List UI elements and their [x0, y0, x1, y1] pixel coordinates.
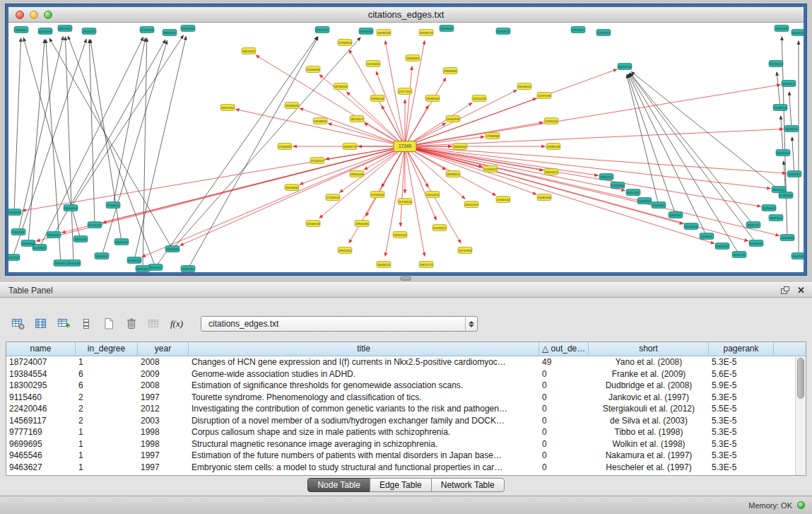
- graph-node[interactable]: 10635214: [776, 150, 790, 156]
- table-row[interactable]: 1456911722003Disruption of a novel membe…: [6, 415, 806, 427]
- create-column-icon[interactable]: [54, 315, 73, 333]
- float-panel-icon[interactable]: [780, 286, 790, 296]
- tab-node-table[interactable]: Node Table: [307, 478, 370, 492]
- graph-node[interactable]: 17236243: [326, 194, 340, 201]
- column-header-out_de[interactable]: △ out_de…: [539, 342, 589, 356]
- tab-edge-table[interactable]: Edge Table: [370, 478, 432, 492]
- table-row[interactable]: 1872400712008Changes of HCN gene express…: [6, 356, 806, 368]
- graph-node[interactable]: 8635214: [746, 222, 760, 228]
- column-header-title[interactable]: title: [189, 342, 539, 356]
- graph-node[interactable]: 9253614: [106, 202, 120, 209]
- graph-node[interactable]: 11635242: [715, 243, 729, 250]
- graph-node[interactable]: 19902465: [355, 221, 369, 227]
- table-row[interactable]: 1938455462009Genome-wide association stu…: [6, 368, 806, 380]
- graph-node[interactable]: 9635142: [148, 264, 163, 271]
- graph-node[interactable]: 10462531: [496, 28, 510, 35]
- graph-node[interactable]: 9534162: [47, 232, 61, 238]
- graph-node[interactable]: 9254163: [626, 189, 640, 196]
- graph-node[interactable]: 15757654: [458, 247, 472, 254]
- graph-node[interactable]: 18301052: [393, 232, 407, 238]
- table-scrollbar[interactable]: [795, 356, 806, 475]
- graph-node[interactable]: 12610651: [425, 192, 440, 198]
- graph-node[interactable]: 16814261: [242, 48, 256, 54]
- graph-node[interactable]: 10362541: [749, 240, 763, 247]
- graph-node[interactable]: 8641532: [136, 266, 150, 272]
- graph-node[interactable]: 10535162: [114, 239, 129, 245]
- graph-node[interactable]: 10599773: [343, 144, 357, 150]
- graph-node[interactable]: 10253641: [165, 246, 180, 252]
- graph-node[interactable]: 12220605: [366, 61, 380, 67]
- graph-node[interactable]: 17635320: [370, 192, 384, 198]
- graph-node[interactable]: 11536241: [88, 222, 102, 228]
- graph-node[interactable]: 10197183: [537, 93, 551, 99]
- table-scrollbar-thumb[interactable]: [797, 358, 804, 399]
- graph-node[interactable]: 25260659: [8, 209, 21, 216]
- graph-node[interactable]: 9635241: [772, 187, 786, 193]
- graph-node[interactable]: 11354262: [359, 28, 373, 35]
- graph-node[interactable]: 9541623: [82, 28, 96, 35]
- graph-node[interactable]: 8253641: [700, 233, 714, 240]
- graph-node[interactable]: 9253642: [784, 126, 799, 132]
- graph-node[interactable]: 18195274: [419, 30, 433, 36]
- new-table-icon[interactable]: [99, 315, 119, 333]
- graph-hub-node[interactable]: 17240: [394, 141, 416, 152]
- graph-node[interactable]: 10743251: [181, 25, 195, 32]
- graph-node[interactable]: 20453842: [285, 185, 299, 191]
- graph-node[interactable]: 20541247: [464, 201, 478, 208]
- network-view-window[interactable]: citations_edges.txt 17240160553611869832…: [6, 4, 806, 275]
- graph-node[interactable]: 15950004: [370, 95, 384, 102]
- graph-node[interactable]: 16687354: [618, 64, 632, 70]
- graph-node[interactable]: 18541027: [544, 169, 558, 175]
- close-panel-icon[interactable]: ✕: [797, 285, 805, 296]
- graph-node[interactable]: 17999368: [486, 133, 500, 139]
- graph-node[interactable]: 8642535: [792, 253, 804, 259]
- table-row[interactable]: 1830029562008Estimation of significance …: [6, 380, 806, 392]
- graph-node[interactable]: 9635124: [769, 215, 783, 221]
- network-canvas[interactable]: 1724016055361186983211261065120732625176…: [8, 23, 804, 272]
- graph-node[interactable]: 18784206: [334, 83, 348, 90]
- graph-node[interactable]: 11362514: [127, 257, 141, 264]
- graph-node[interactable]: 9313526: [11, 229, 25, 235]
- table-row[interactable]: 946362711997Embryonic stem cells: a mode…: [6, 462, 806, 474]
- graph-node[interactable]: 12965241: [544, 118, 558, 124]
- graph-node[interactable]: 19404056: [350, 171, 364, 177]
- graph-node[interactable]: 8362514: [782, 81, 796, 87]
- graph-node[interactable]: 20732625: [398, 199, 412, 205]
- column-header-name[interactable]: name: [6, 342, 76, 356]
- splitter-grip-icon[interactable]: [400, 276, 411, 281]
- graph-node[interactable]: 8613742: [58, 25, 72, 32]
- graph-node[interactable]: 11253642: [762, 205, 776, 211]
- graph-node[interactable]: 10624351: [792, 30, 804, 36]
- function-builder-icon[interactable]: f(x): [167, 315, 187, 333]
- graph-node[interactable]: 21042317: [310, 158, 324, 164]
- graph-node[interactable]: 18698321: [446, 171, 460, 177]
- graph-node[interactable]: 8536142: [95, 253, 109, 259]
- graph-node[interactable]: 10463521: [637, 198, 652, 204]
- graph-node[interactable]: 9862514: [163, 30, 177, 36]
- graph-node[interactable]: 18183624: [285, 103, 299, 109]
- table-body[interactable]: 1872400712008Changes of HCN gene express…: [6, 356, 806, 473]
- graph-node[interactable]: 10635241: [66, 260, 81, 267]
- network-file-select[interactable]: citations_edges.txt: [201, 316, 478, 332]
- graph-node[interactable]: 19321462: [220, 105, 235, 111]
- graph-node[interactable]: 8641253: [8, 255, 20, 261]
- graph-node[interactable]: 8535216: [599, 174, 613, 180]
- graph-node[interactable]: 10536142: [769, 61, 783, 67]
- graph-node[interactable]: 8823641: [571, 27, 585, 33]
- graph-node[interactable]: 10214052: [38, 28, 52, 35]
- graph-node[interactable]: 9244361: [14, 27, 28, 33]
- graph-node[interactable]: 19086053: [425, 95, 440, 102]
- table-row[interactable]: 946554611997Estimation of the future num…: [6, 450, 806, 462]
- graph-node[interactable]: 12260813: [338, 40, 352, 46]
- graph-node[interactable]: 17054392: [278, 144, 292, 150]
- graph-node[interactable]: 19412175: [419, 262, 433, 268]
- show-columns-icon[interactable]: [31, 315, 51, 333]
- graph-node[interactable]: 14638845: [313, 118, 327, 124]
- graph-node[interactable]: 21053612: [517, 83, 531, 90]
- graph-node[interactable]: 21277011: [398, 88, 412, 95]
- graph-node[interactable]: 9536124: [732, 252, 746, 258]
- graph-node[interactable]: 11253164: [140, 27, 154, 33]
- graph-node[interactable]: 9354216: [775, 25, 789, 32]
- graph-node[interactable]: 8642531: [181, 266, 195, 272]
- graph-node[interactable]: 11542361: [652, 202, 666, 209]
